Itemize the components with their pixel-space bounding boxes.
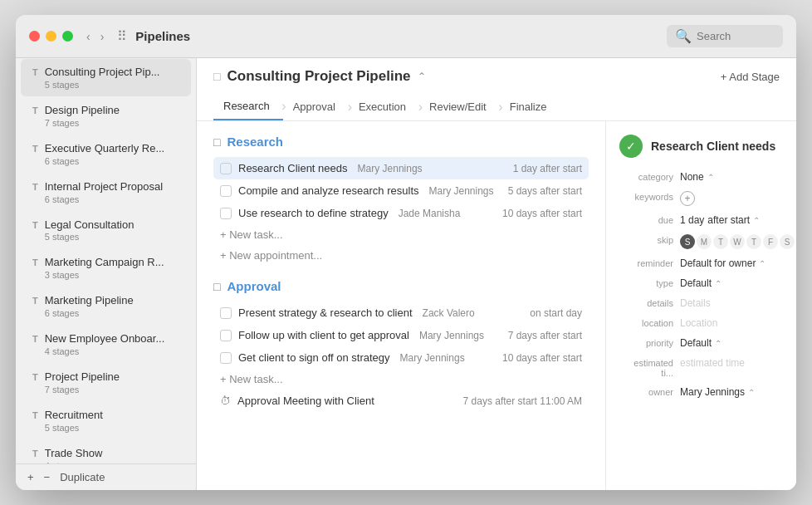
- main-body: □ Research Research Client needs Mary Je…: [197, 121, 796, 490]
- location-value[interactable]: Location: [680, 317, 717, 329]
- task-checkbox[interactable]: [220, 185, 232, 197]
- task-row-t4[interactable]: Present strategy & research to client Za…: [213, 302, 589, 324]
- maximize-button[interactable]: [62, 31, 73, 42]
- sidebar-item-recruitment[interactable]: T Recruitment 5 stages: [21, 402, 191, 439]
- section-title: Approval: [227, 279, 281, 293]
- task-due: 10 days after start: [502, 352, 582, 364]
- task-row-t6[interactable]: Get client to sign off on strategy Mary …: [213, 346, 589, 369]
- sidebar-item-name: Project Pipeline: [45, 370, 179, 385]
- main-title: □ Consulting Project Pipeline ⌃: [213, 68, 426, 85]
- task-assignee: Mary Jennings: [419, 330, 484, 341]
- forward-button[interactable]: ›: [97, 28, 108, 45]
- priority-label: priority: [619, 337, 673, 348]
- stage-tab-review[interactable]: Review/Edit: [419, 95, 500, 120]
- duplicate-pipeline-button[interactable]: Duplicate: [60, 471, 105, 483]
- remove-pipeline-button[interactable]: −: [44, 471, 51, 483]
- pipeline-sidebar-icon: T: [32, 334, 38, 344]
- sidebar-item-name: Trade Show: [45, 447, 179, 461]
- details-keywords-row: keywords +: [619, 191, 783, 206]
- task-checkbox[interactable]: [220, 163, 232, 174]
- sidebar-item-executive[interactable]: T Executive Quarterly Re... 6 stages: [21, 135, 191, 173]
- skip-day-F-5[interactable]: F: [763, 234, 778, 249]
- estimated-value[interactable]: estimated time: [680, 357, 745, 369]
- new-task-button-approval[interactable]: + New task...: [213, 369, 589, 390]
- details-category-row: category None ⌃: [619, 171, 783, 183]
- type-value[interactable]: Default ⌃: [680, 277, 722, 289]
- task-due: 5 days after start: [508, 185, 582, 197]
- appointment-name: Approval Meeting with Client: [237, 395, 374, 407]
- app-window: ‹ › ⠿ Pipelines 🔍 T Consulting Project P…: [16, 15, 796, 490]
- task-checkbox[interactable]: [220, 330, 232, 341]
- task-row-t2[interactable]: Compile and analyze research results Mar…: [213, 179, 589, 202]
- details-priority-row: priority Default ⌃: [619, 337, 783, 349]
- section-header-research: □ Research: [213, 135, 589, 149]
- priority-value[interactable]: Default ⌃: [680, 337, 722, 349]
- title-dropdown-arrow[interactable]: ⌃: [418, 71, 426, 82]
- sidebar-item-internal[interactable]: T Internal Project Proposal 6 stages: [21, 174, 191, 211]
- sidebar-item-project[interactable]: T Project Pipeline 7 stages: [21, 364, 191, 401]
- pipeline-sidebar-icon: T: [32, 105, 38, 115]
- task-row-t5[interactable]: Follow up with client to get approval Ma…: [213, 324, 589, 346]
- app-title: Pipelines: [135, 29, 667, 43]
- back-button[interactable]: ‹: [83, 28, 94, 45]
- appointment-row-a1[interactable]: ⏱ Approval Meeting with Client 7 days af…: [213, 390, 589, 412]
- stage-tab-finalize[interactable]: Finalize: [500, 95, 560, 120]
- pipeline-sidebar-icon: T: [32, 220, 38, 230]
- stage-tab-execution[interactable]: Execution: [349, 95, 419, 120]
- keywords-label: keywords: [619, 191, 673, 202]
- type-dropdown-arrow: ⌃: [715, 279, 722, 288]
- details-type-row: type Default ⌃: [619, 277, 783, 289]
- priority-dropdown-arrow: ⌃: [715, 339, 722, 348]
- grid-icon: ⠿: [117, 28, 127, 44]
- due-label: due: [619, 214, 673, 225]
- sidebar-item-consulting[interactable]: T Consulting Project Pip... 5 stages: [21, 59, 191, 96]
- task-assignee: Mary Jennings: [400, 352, 465, 364]
- new-appointment-button-research[interactable]: + New appointment...: [213, 245, 589, 266]
- minimize-button[interactable]: [46, 31, 56, 42]
- task-checkbox[interactable]: [220, 208, 232, 219]
- section-approval: □ Approval Present strategy & research t…: [213, 279, 589, 425]
- category-value[interactable]: None ⌃: [680, 171, 714, 183]
- skip-day-T-4[interactable]: T: [746, 234, 761, 249]
- task-due: 7 days after start: [508, 330, 582, 341]
- sidebar-item-name: Executive Quarterly Re...: [45, 142, 179, 156]
- search-input[interactable]: [697, 30, 775, 42]
- task-row-t1[interactable]: Research Client needs Mary Jennings 1 da…: [213, 157, 589, 179]
- skip-day-S-6[interactable]: S: [780, 234, 795, 249]
- details-location-row: location Location: [619, 317, 783, 329]
- keywords-value: +: [680, 191, 695, 206]
- pipeline-sidebar-icon: T: [32, 144, 38, 154]
- skip-day-S-0[interactable]: S: [680, 234, 695, 249]
- section-research: □ Research Research Client needs Mary Je…: [213, 135, 589, 279]
- stage-tab-research[interactable]: Research: [213, 95, 283, 120]
- skip-day-M-1[interactable]: M: [697, 234, 712, 249]
- details-header: ✓ Research Client needs: [619, 135, 783, 158]
- search-box[interactable]: 🔍: [667, 25, 783, 47]
- sidebar-item-marketing-pipeline[interactable]: T Marketing Pipeline 6 stages: [21, 287, 191, 325]
- sidebar-item-name: Marketing Campaign R...: [45, 256, 179, 270]
- owner-label: owner: [619, 386, 673, 397]
- stage-tab-approval[interactable]: Approval: [283, 95, 349, 120]
- task-checkbox[interactable]: [220, 352, 232, 364]
- task-name: Research Client needs: [238, 162, 348, 174]
- sidebar-item-legal[interactable]: T Legal Consultation 5 stages: [21, 212, 191, 249]
- section-icon: □: [213, 280, 220, 293]
- new-task-button-research[interactable]: + New task...: [213, 224, 589, 245]
- details-details-value[interactable]: Details: [680, 297, 711, 309]
- add-keyword-button[interactable]: +: [680, 191, 695, 206]
- skip-day-T-2[interactable]: T: [713, 234, 728, 249]
- add-pipeline-button[interactable]: +: [27, 471, 34, 483]
- owner-value[interactable]: Mary Jennings ⌃: [680, 386, 755, 398]
- sidebar-item-design[interactable]: T Design Pipeline 7 stages: [21, 97, 191, 135]
- close-button[interactable]: [29, 31, 40, 42]
- task-checkbox[interactable]: [220, 307, 232, 319]
- add-stage-button[interactable]: + Add Stage: [721, 71, 780, 83]
- category-label: category: [619, 171, 673, 182]
- due-value[interactable]: 1 day after start ⌃: [680, 214, 760, 226]
- sidebar-item-marketing-campaign[interactable]: T Marketing Campaign R... 3 stages: [21, 249, 191, 287]
- pipeline-title: Consulting Project Pipeline: [227, 68, 410, 85]
- sidebar-item-new-employee[interactable]: T New Employee Onboar... 4 stages: [21, 326, 191, 363]
- reminder-value[interactable]: Default for owner ⌃: [680, 257, 766, 269]
- skip-day-W-3[interactable]: W: [730, 234, 745, 249]
- task-row-t3[interactable]: Use research to define strategy Jade Man…: [213, 202, 589, 224]
